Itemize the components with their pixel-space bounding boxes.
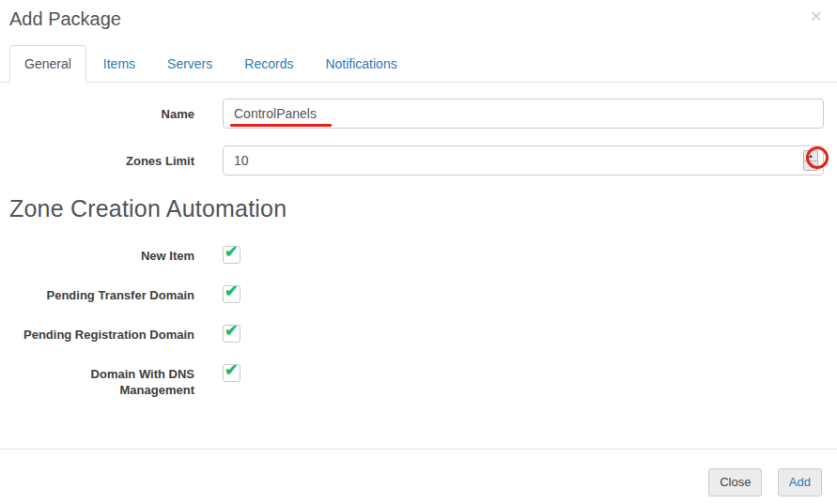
spinner-up-icon[interactable]: ▲ (803, 150, 818, 160)
tab-general[interactable]: General (9, 45, 86, 83)
tab-records[interactable]: Records (229, 45, 308, 83)
checkmark-icon: ✔ (225, 361, 238, 380)
automation-checkbox-group: New Item ✔ Pending Transfer Domain ✔ Pen… (0, 246, 837, 398)
name-field-row: Name (0, 99, 837, 129)
pending-transfer-domain-checkbox[interactable]: ✔ (223, 285, 240, 303)
tab-notifications[interactable]: Notifications (310, 45, 411, 83)
pending-transfer-domain-label: Pending Transfer Domain (0, 285, 194, 303)
name-label: Name (0, 99, 194, 121)
domain-with-dns-management-label: Domain With DNS Management (66, 364, 194, 398)
close-icon[interactable]: × (811, 6, 822, 25)
zones-limit-input[interactable] (223, 145, 824, 176)
new-item-row: New Item ✔ (0, 246, 837, 264)
pending-registration-domain-label: Pending Registration Domain (0, 325, 194, 343)
tab-bar: General Items Servers Records Notificati… (0, 45, 837, 83)
modal-title: Add Package (9, 8, 828, 30)
new-item-label: New Item (0, 246, 194, 264)
tab-servers[interactable]: Servers (152, 45, 227, 83)
add-button[interactable]: Add (778, 468, 822, 496)
domain-with-dns-management-checkbox[interactable]: ✔ (223, 364, 240, 382)
new-item-checkbox[interactable]: ✔ (223, 246, 240, 264)
zone-creation-automation-heading: Zone Creation Automation (9, 194, 837, 222)
modal-footer: Close Add (0, 449, 837, 496)
general-tab-panel: Name Zones Limit ▲ ▼ Zone Creation Autom… (0, 83, 837, 398)
close-button[interactable]: Close (708, 468, 762, 496)
pending-registration-domain-checkbox[interactable]: ✔ (223, 325, 240, 343)
checkmark-icon: ✔ (225, 283, 238, 301)
spinner-down-icon[interactable]: ▼ (803, 160, 818, 172)
modal-header: Add Package × (0, 0, 837, 45)
number-spinner[interactable]: ▲ ▼ (803, 150, 818, 171)
tab-items-label[interactable]: Items (88, 45, 150, 83)
tab-general-label[interactable]: General (9, 45, 86, 83)
checkmark-icon: ✔ (225, 322, 238, 341)
tab-notifications-label[interactable]: Notifications (310, 45, 411, 83)
zones-limit-label: Zones Limit (0, 145, 194, 168)
tab-records-label[interactable]: Records (229, 45, 308, 83)
tab-items[interactable]: Items (88, 45, 150, 83)
checkmark-icon: ✔ (225, 243, 238, 262)
domain-with-dns-management-row: Domain With DNS Management ✔ (0, 364, 837, 398)
zones-limit-field-row: Zones Limit ▲ ▼ (0, 145, 837, 176)
name-input[interactable] (223, 99, 824, 129)
pending-transfer-domain-row: Pending Transfer Domain ✔ (0, 285, 837, 303)
pending-registration-domain-row: Pending Registration Domain ✔ (0, 325, 837, 343)
tab-servers-label[interactable]: Servers (152, 45, 227, 83)
